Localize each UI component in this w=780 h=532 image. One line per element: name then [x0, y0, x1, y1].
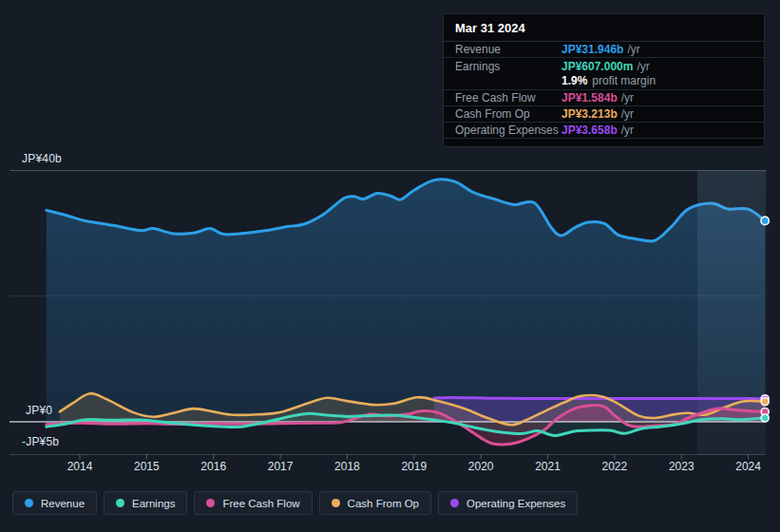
chart-legend: RevenueEarningsFree Cash FlowCash From O…	[12, 491, 578, 515]
tooltip-label: Revenue	[455, 43, 561, 56]
x-axis-label-2014: 2014	[67, 460, 93, 473]
tooltip-value-operating-expenses: JP¥3.658b/yr	[561, 124, 634, 137]
tooltip-label: Earnings	[455, 60, 561, 73]
x-axis-label-2024: 2024	[735, 460, 761, 473]
legend-label: Cash From Op	[348, 498, 419, 509]
tooltip-value-cash-from-op: JP¥3.213b/yr	[561, 107, 634, 121]
x-axis-label-2016: 2016	[200, 460, 226, 473]
chart-tooltip: Mar 31 2024 Revenue JP¥31.946b/yr Earnin…	[443, 13, 765, 147]
operating_expenses-line	[434, 397, 765, 398]
tooltip-row-revenue: Revenue JP¥31.946b/yr	[444, 42, 764, 58]
cash_from_op-end-dot	[761, 398, 769, 406]
y-axis-label-minus5b: -JP¥5b	[22, 435, 59, 448]
tooltip-row-free-cash-flow: Free Cash Flow JP¥1.584b/yr	[444, 90, 764, 106]
earnings-dot-icon	[116, 499, 124, 507]
legend-item-operating-expenses[interactable]: Operating Expenses	[438, 491, 578, 515]
revenue-dot-icon	[25, 499, 33, 507]
x-axis-label-2018: 2018	[334, 460, 360, 473]
x-axis-label-2015: 2015	[134, 460, 160, 473]
legend-label: Earnings	[132, 498, 175, 509]
legend-item-revenue[interactable]: Revenue	[12, 491, 97, 515]
revenue-series	[47, 180, 765, 422]
financials-chart-card: JP¥40b JP¥0 -JP¥5b 201420152016201720182…	[0, 0, 780, 532]
legend-label: Operating Expenses	[466, 498, 565, 509]
tooltip-label: Operating Expenses	[455, 124, 561, 137]
x-axis-ticks	[80, 455, 749, 460]
tooltip-date: Mar 31 2024	[444, 14, 764, 42]
tooltip-value-earnings: JP¥607.000m/yr	[561, 60, 650, 73]
revenue-end-dot	[761, 217, 769, 224]
x-axis-label-2017: 2017	[268, 460, 294, 473]
tooltip-row-cash-from-op: Cash From Op JP¥3.213b/yr	[444, 106, 764, 123]
tooltip-value-revenue: JP¥31.946b/yr	[561, 43, 640, 56]
y-axis-label-40b: JP¥40b	[22, 152, 62, 165]
operating-expenses-dot-icon	[450, 499, 459, 507]
free-cash-flow-dot-icon	[206, 499, 215, 507]
cash-from-op-dot-icon	[332, 499, 340, 507]
legend-label: Revenue	[41, 498, 85, 509]
x-axis-label-2020: 2020	[468, 460, 494, 473]
y-axis-label-0: JP¥0	[26, 404, 52, 417]
x-axis-label-2021: 2021	[535, 460, 561, 473]
legend-label: Free Cash Flow	[222, 498, 299, 509]
x-axis-label-2022: 2022	[602, 460, 628, 473]
tooltip-row-operating-expenses: Operating Expenses JP¥3.658b/yr	[444, 123, 764, 139]
earnings-end-dot	[761, 414, 769, 422]
tooltip-value-free-cash-flow: JP¥1.584b/yr	[561, 91, 634, 104]
tooltip-profit-margin: 1.9% profit margin	[444, 74, 764, 90]
legend-item-free-cash-flow[interactable]: Free Cash Flow	[194, 491, 312, 515]
tooltip-label: Cash From Op	[455, 107, 561, 121]
tooltip-row-earnings: Earnings JP¥607.000m/yr	[444, 58, 764, 74]
x-axis-label-2019: 2019	[401, 460, 427, 473]
x-axis-label-2023: 2023	[669, 460, 694, 473]
legend-item-earnings[interactable]: Earnings	[104, 491, 187, 515]
tooltip-label: Free Cash Flow	[455, 91, 561, 104]
legend-item-cash-from-op[interactable]: Cash From Op	[319, 491, 431, 515]
revenue-area	[47, 180, 765, 422]
